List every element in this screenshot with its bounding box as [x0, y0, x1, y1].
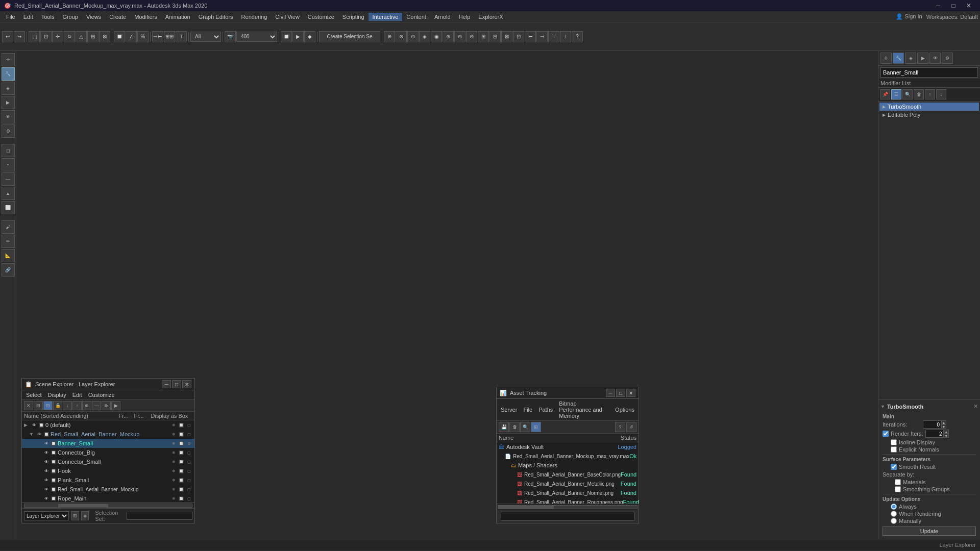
at-btn-help[interactable]: ? — [615, 422, 625, 432]
right-icon-filter[interactable]: 🔍 — [902, 89, 913, 99]
menu-content[interactable]: Content — [402, 13, 430, 21]
menu-rendering[interactable]: Rendering — [237, 13, 272, 21]
scene-explorer-minimize[interactable]: ─ — [162, 380, 171, 388]
asset-tracking-minimize[interactable]: ─ — [606, 389, 615, 397]
at-row-metallic[interactable]: 🖼 Red_Small_Aerial_Banner_Metallic.png F… — [497, 479, 639, 488]
tool-wire[interactable]: 🔗 — [2, 263, 15, 277]
object-name-input[interactable] — [880, 67, 978, 78]
tool-motion[interactable]: ▶ — [2, 96, 15, 109]
tb-extras1[interactable]: ⊕ — [384, 31, 395, 42]
menu-create[interactable]: Create — [105, 13, 130, 21]
exp-row-connector-big[interactable]: 👁 🔲 Connector_Big ❄ 🔲 ◻ — [22, 448, 194, 457]
exp-btn-6[interactable]: ↑ — [72, 401, 82, 410]
smooth-result-checkbox[interactable] — [891, 464, 897, 470]
iter-down[interactable]: ▼ — [941, 424, 946, 429]
materials-checkbox[interactable] — [895, 479, 901, 485]
tool-sculpt[interactable]: ✏ — [2, 235, 15, 248]
named-selection-dropdown[interactable]: All — [190, 32, 221, 42]
exp-btn-5[interactable]: ↓ — [63, 401, 72, 410]
always-radio[interactable] — [891, 504, 897, 510]
exp-btn-10[interactable]: ▶ — [111, 401, 120, 410]
menu-customize[interactable]: Customize — [304, 13, 338, 21]
tb-snap-angle[interactable]: ∠ — [126, 31, 137, 42]
tb-snap-percent[interactable]: % — [137, 31, 149, 42]
at-btn-refresh[interactable]: ↺ — [626, 422, 636, 432]
exp-btn-8[interactable]: — — [92, 401, 101, 410]
tb-select[interactable]: ⬚ — [29, 31, 40, 42]
render-iters-checkbox[interactable] — [883, 431, 889, 437]
mod-motion-btn[interactable]: ▶ — [917, 53, 928, 64]
tb-extras7[interactable]: ⊜ — [454, 31, 465, 42]
tb-select-region[interactable]: ⊡ — [40, 31, 52, 42]
tool-select-obj[interactable]: ◻ — [2, 144, 15, 157]
explicit-normals-checkbox[interactable] — [891, 446, 897, 453]
ts-always-row[interactable]: Always — [883, 503, 976, 510]
close-btn[interactable]: ✕ — [962, 0, 976, 11]
mod-create-btn[interactable]: ✛ — [880, 53, 892, 64]
at-btn-2[interactable]: 🗑 — [509, 422, 520, 432]
isoline-checkbox[interactable] — [891, 439, 897, 445]
right-icon-up[interactable]: ↑ — [925, 89, 935, 99]
tb-align[interactable]: ⊤ — [176, 31, 187, 42]
tb-render[interactable]: ▶ — [292, 31, 304, 42]
exp-btn-2[interactable]: ⊞ — [34, 401, 43, 410]
explorer-menu-edit[interactable]: Edit — [69, 391, 85, 399]
ts-manually-row[interactable]: Manually — [883, 517, 976, 524]
right-icon-list[interactable]: ☰ — [891, 89, 901, 99]
mod-utilities-btn[interactable]: ⚙ — [942, 53, 953, 64]
menu-graph-editors[interactable]: Graph Editors — [194, 13, 237, 21]
exp-row-connector-small[interactable]: 👁 🔲 Connector_Small ❄ 🔲 ◻ — [22, 457, 194, 466]
ts-iterations-input[interactable] — [923, 420, 941, 429]
tb-extras3[interactable]: ⊙ — [407, 31, 419, 42]
ts-render-iters-check[interactable]: Render Iters: — [883, 430, 923, 437]
tb-rotate[interactable]: ↻ — [64, 31, 75, 42]
tool-select-edge[interactable]: — — [2, 172, 15, 186]
scene-explorer-window-controls[interactable]: ─ □ ✕ — [162, 380, 191, 388]
exp-btn-4[interactable]: 🔒 — [53, 401, 62, 410]
tb-view1[interactable]: 📷 — [225, 31, 236, 42]
ts-render-iters-spin[interactable]: ▲ ▼ — [925, 430, 949, 438]
tool-uv[interactable]: 📐 — [2, 249, 15, 262]
tool-hierarchy[interactable]: ◈ — [2, 82, 15, 95]
at-row-base-color[interactable]: 🖼 Red_Small_Aerial_Banner_BaseColor.png … — [497, 470, 639, 479]
right-icon-pin[interactable]: 📌 — [880, 89, 890, 99]
tool-display[interactable]: 👁 — [2, 110, 15, 123]
ts-close-btn[interactable]: ✕ — [973, 403, 978, 410]
explorer-layer-select[interactable]: Layer Explorer — [24, 511, 69, 520]
smoothing-groups-checkbox[interactable] — [895, 486, 901, 492]
mod-hierarchy-btn[interactable]: ◈ — [905, 53, 916, 64]
at-row-maps[interactable]: 🗂 Maps / Shaders — [497, 461, 639, 470]
title-controls[interactable]: ─ □ ✕ — [931, 0, 976, 11]
update-button[interactable]: Update — [883, 527, 976, 536]
when-rendering-radio[interactable] — [891, 511, 897, 517]
menu-scripting[interactable]: Scripting — [338, 13, 369, 21]
ts-isoline-row[interactable]: Isoline Display — [883, 439, 976, 446]
at-row-roughness[interactable]: 🖼 Red_Small_Aerial_Banner_Roughness.png … — [497, 497, 639, 504]
scene-explorer-maximize[interactable]: □ — [172, 380, 181, 388]
ri-down[interactable]: ▼ — [944, 434, 949, 438]
asset-tracking-maximize[interactable]: □ — [616, 389, 625, 397]
at-row-vault[interactable]: 🏛 Autodesk Vault Logged — [497, 442, 639, 452]
tb-extras11[interactable]: ⊠ — [501, 31, 512, 42]
menu-arnold[interactable]: Arnold — [430, 13, 455, 21]
menu-views[interactable]: Views — [82, 13, 105, 21]
tb-redo[interactable]: ↪ — [14, 31, 25, 42]
exp-btn-3[interactable]: ⊟ — [43, 401, 53, 410]
at-menu-server[interactable]: Server — [498, 406, 520, 414]
at-row-normal[interactable]: 🖼 Red_Small_Aerial_Banner_Normal.png Fou… — [497, 488, 639, 497]
tb-extras13[interactable]: ⊢ — [525, 31, 536, 42]
tb-mirror[interactable]: ⊣⊢ — [152, 31, 163, 42]
exp-row-0[interactable]: ▶ 👁 🔲 0 (default) ❄ 🔲 ◻ — [22, 420, 194, 430]
ts-smoothing-groups-row[interactable]: Smoothing Groups — [883, 486, 976, 493]
modifier-editable-poly[interactable]: ▶ Editable Poly — [879, 111, 979, 119]
tb-extras14[interactable]: ⊣ — [536, 31, 548, 42]
right-icon-down[interactable]: ↓ — [936, 89, 946, 99]
scene-explorer-close[interactable]: ✕ — [182, 380, 191, 388]
exp-row-banner-small[interactable]: 👁 🔲 Banner_Small ❄ 🔲 ⚙ — [22, 439, 194, 448]
ts-materials-row[interactable]: Materials — [883, 479, 976, 486]
create-selection-se-btn[interactable]: Create Selection Se — [319, 31, 380, 42]
tool-paint[interactable]: 🖌 — [2, 220, 15, 234]
tb-move[interactable]: ✛ — [52, 31, 63, 42]
exp-row-group[interactable]: ▼ 👁 🔲 Red_Small_Aerial_Banner_Mockup ❄ 🔲… — [22, 430, 194, 439]
explorer-menu-select[interactable]: Select — [23, 391, 45, 399]
